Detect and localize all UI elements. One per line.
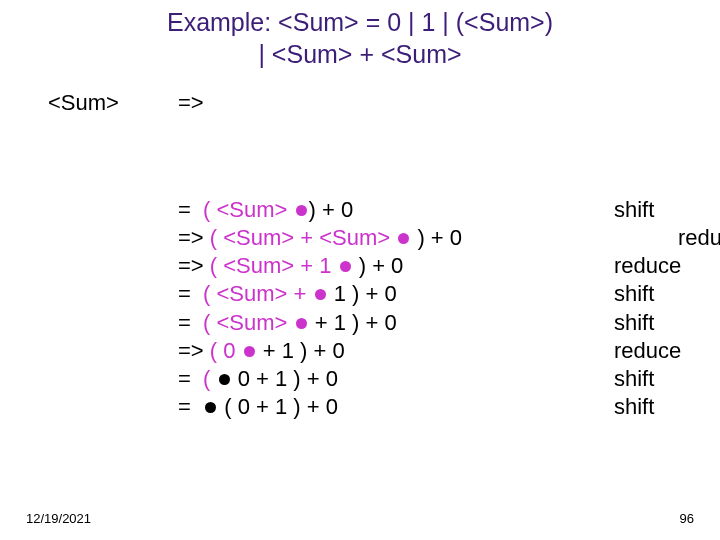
row-pre: ( 0 [204, 338, 242, 363]
row-operator: = [178, 281, 197, 306]
row-post: + 1 ) + 0 [257, 338, 345, 363]
row-action: shift [614, 365, 654, 393]
row-pre: ( <Sum> + 1 [204, 253, 338, 278]
title-line-1: Example: <Sum> = 0 | 1 | (<Sum>) [167, 8, 553, 36]
row-operator: = [178, 394, 197, 419]
row-action: shift [614, 393, 654, 421]
row-pre [197, 394, 203, 419]
row-post: ( 0 + 1 ) + 0 [218, 394, 338, 419]
parse-dot-icon [398, 233, 409, 244]
parse-dot-icon [219, 374, 230, 385]
slide-number: 96 [680, 511, 694, 526]
derivation-row: = ( <Sum> + 1 ) + 0shift [178, 309, 462, 337]
row-post: 0 + 1 ) + 0 [232, 366, 338, 391]
row-action: shift [614, 309, 654, 337]
row-action: reduce [614, 337, 681, 365]
row-pre: ( <Sum> [197, 310, 294, 335]
slide-title: Example: <Sum> = 0 | 1 | (<Sum>) | <Sum>… [0, 6, 720, 70]
derivation-lhs: <Sum> [48, 90, 119, 116]
derivation-row: => ( <Sum> + <Sum> ) + 0reduce [178, 224, 462, 252]
parse-dot-icon [205, 402, 216, 413]
derivation-arrow: => [178, 90, 204, 116]
row-action: reduce [678, 224, 720, 252]
row-action: shift [614, 280, 654, 308]
row-pre: ( <Sum> [197, 197, 294, 222]
row-post: ) + 0 [353, 253, 404, 278]
row-operator: = [178, 197, 197, 222]
parse-dot-icon [244, 346, 255, 357]
slide: Example: <Sum> = 0 | 1 | (<Sum>) | <Sum>… [0, 0, 720, 540]
row-operator: = [178, 310, 197, 335]
row-operator: => [178, 253, 204, 278]
derivation-row: = ( <Sum> ) + 0shift [178, 196, 462, 224]
derivation-row: => ( 0 + 1 ) + 0reduce [178, 337, 462, 365]
row-post: ) + 0 [309, 197, 354, 222]
row-action: shift [614, 196, 654, 224]
row-post: 1 ) + 0 [328, 281, 397, 306]
row-post: + 1 ) + 0 [309, 310, 397, 335]
row-operator: => [178, 225, 204, 250]
derivation-row: = ( <Sum> + 1 ) + 0shift [178, 280, 462, 308]
row-operator: => [178, 338, 204, 363]
row-pre: ( <Sum> + [197, 281, 313, 306]
row-pre: ( <Sum> + <Sum> [204, 225, 397, 250]
row-action: reduce [614, 252, 681, 280]
slide-date: 12/19/2021 [26, 511, 91, 526]
derivation-row: = ( 0 + 1 ) + 0shift [178, 393, 462, 421]
parse-dot-icon [315, 289, 326, 300]
row-operator: = [178, 366, 197, 391]
derivation-row: => ( <Sum> + 1 ) + 0reduce [178, 252, 462, 280]
row-pre: ( [197, 366, 217, 391]
title-line-2: | <Sum> + <Sum> [258, 40, 461, 68]
parse-dot-icon [296, 205, 307, 216]
derivation-row: = ( 0 + 1 ) + 0shift [178, 365, 462, 393]
derivation-steps: = ( <Sum> ) + 0shift=> ( <Sum> + <Sum> )… [178, 196, 462, 421]
row-post: ) + 0 [411, 225, 462, 250]
parse-dot-icon [340, 261, 351, 272]
parse-dot-icon [296, 318, 307, 329]
